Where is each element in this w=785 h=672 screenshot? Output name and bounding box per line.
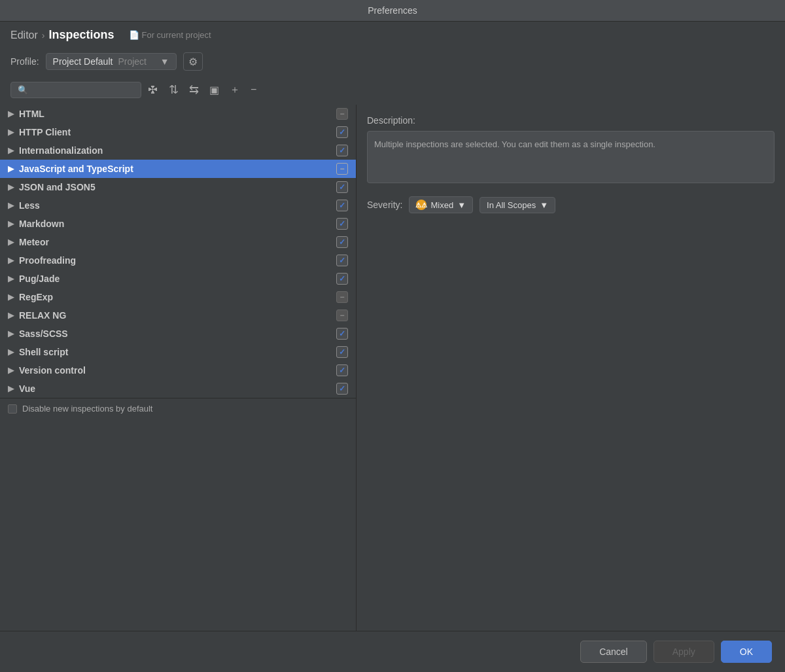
bottom-check-bar: Disable new inspections by default [0,398,356,419]
tree-item-checkbox[interactable]: ✓ [336,383,348,395]
tree-item-label: HTML [19,109,336,119]
apply-button[interactable]: Apply [654,641,714,663]
tree-item[interactable]: ▶Internationalization✓ [0,141,356,160]
frame-button[interactable]: ▣ [205,81,223,99]
filter-button[interactable]: ⧾ [144,81,162,98]
ok-button[interactable]: OK [721,641,772,663]
chevron-right-icon: ▶ [8,347,14,357]
breadcrumb-project: 📄 For current project [129,30,211,40]
breadcrumb: Editor › Inspections 📄 For current proje… [0,22,785,48]
search-icon: 🔍 [18,85,28,95]
tree-item-label: Vue [19,383,336,394]
profile-dropdown[interactable]: Project Default Project ▼ [46,53,177,70]
tree-item-label: Version control [19,365,336,376]
tree-item[interactable]: ▶Vue✓ [0,380,356,398]
tree-item-checkbox[interactable]: ✓ [336,273,348,285]
collapse-all-button[interactable]: ⇆ [185,80,203,99]
tree-item[interactable]: ▶Sass/SCSS✓ [0,325,356,343]
tree-item[interactable]: ▶JSON and JSON5✓ [0,178,356,196]
left-panel: ▶HTML−▶HTTP Client✓▶Internationalization… [0,105,357,631]
breadcrumb-editor[interactable]: Editor [10,29,38,41]
tree-item-checkbox[interactable]: ✓ [336,126,348,138]
toolbar-bar: 🔍 ⧾ ⇅ ⇆ ▣ ＋ − [0,77,785,105]
chevron-right-icon: ▶ [8,219,14,228]
tree-item-checkbox[interactable]: − [336,163,348,175]
profile-label: Profile: [10,56,39,67]
tree-item-label: Sass/SCSS [19,328,336,339]
tree-item-checkbox[interactable]: ✓ [336,236,348,248]
cancel-button[interactable]: Cancel [580,641,647,663]
tree-item-label: Shell script [19,347,336,357]
tree-item-checkbox[interactable]: ✓ [336,255,348,266]
tree-item-checkbox[interactable]: ✓ [336,328,348,340]
chevron-right-icon: ▶ [8,146,14,155]
chevron-right-icon: ▶ [8,201,14,210]
tree-item-label: Pug/Jade [19,274,336,284]
right-panel: Description: Multiple inspections are se… [357,105,785,631]
tree-item-checkbox[interactable]: − [336,291,348,303]
add-button[interactable]: ＋ [226,80,244,99]
tree-item[interactable]: ▶Less✓ [0,196,356,215]
chevron-right-icon: ▶ [8,256,14,265]
chevron-right-icon: ▶ [8,128,14,137]
tree-item-label: Less [19,200,336,211]
tree-item[interactable]: ▶Pug/Jade✓ [0,270,356,288]
footer-bar: Cancel Apply OK [0,631,785,672]
gear-button[interactable]: ⚙ [183,52,203,71]
tree-item[interactable]: ▶HTTP Client✓ [0,123,356,141]
tree-item[interactable]: ▶RELAX NG− [0,306,356,325]
tree-item-label: Internationalization [19,145,336,156]
remove-button[interactable]: − [247,81,260,98]
project-label: For current project [142,30,211,40]
chevron-right-icon: ▶ [8,164,14,173]
profile-value: Project Default [53,56,113,67]
gear-icon: ⚙ [188,56,198,68]
tree-item-checkbox[interactable]: − [336,309,348,321]
tree-item-label: HTTP Client [19,127,336,137]
tree-item[interactable]: ▶Meteor✓ [0,233,356,251]
warning-icon: ⚠ [416,200,427,210]
filter-icon: ⧾ [148,84,158,96]
tree-item[interactable]: ▶Markdown✓ [0,215,356,233]
chevron-right-icon: ▶ [8,384,14,393]
chevron-down-icon: ▼ [457,200,466,210]
tree-item[interactable]: ▶JavaScript and TypeScript− [0,160,356,178]
tree-item[interactable]: ▶HTML− [0,105,356,123]
search-box[interactable]: 🔍 [10,82,141,98]
profile-bar: Profile: Project Default Project ▼ ⚙ [0,48,785,77]
tree-container: ▶HTML−▶HTTP Client✓▶Internationalization… [0,105,356,398]
severity-dropdown[interactable]: ⚠ Mixed ▼ [409,196,473,213]
tree-item-checkbox[interactable]: ✓ [336,346,348,358]
expand-all-button[interactable]: ⇅ [165,80,183,99]
description-box: Multiple inspections are selected. You c… [367,131,775,183]
severity-label: Severity: [367,200,402,210]
tree-item[interactable]: ▶RegExp− [0,288,356,306]
tree-item[interactable]: ▶Version control✓ [0,361,356,380]
scope-dropdown[interactable]: In All Scopes ▼ [480,197,555,213]
add-icon: ＋ [230,83,240,97]
tree-item-checkbox[interactable]: ✓ [336,218,348,230]
tree-item-label: RELAX NG [19,310,336,321]
chevron-right-icon: ▶ [8,311,14,320]
disable-new-inspections-checkbox[interactable] [8,404,17,414]
tree-item-label: RegExp [19,292,336,302]
main-area: ▶HTML−▶HTTP Client✓▶Internationalization… [0,105,785,631]
tree-item-checkbox[interactable]: − [336,108,348,120]
project-icon: 📄 [129,30,139,40]
tree-item-checkbox[interactable]: ✓ [336,181,348,193]
tree-item-label: Proofreading [19,255,336,266]
tree-item[interactable]: ▶Proofreading✓ [0,251,356,270]
chevron-right-icon: ▶ [8,183,14,192]
chevron-right-icon: ▶ [8,292,14,302]
tree-item[interactable]: ▶Shell script✓ [0,343,356,361]
description-label: Description: [367,115,775,126]
collapse-icon: ⇆ [189,82,199,97]
tree-item-checkbox[interactable]: ✓ [336,200,348,211]
chevron-down-scope-icon: ▼ [540,200,548,210]
tree-item-checkbox[interactable]: ✓ [336,145,348,156]
chevron-down-icon: ▼ [160,56,169,67]
tree-item-checkbox[interactable]: ✓ [336,364,348,376]
disable-new-inspections-label: Disable new inspections by default [22,404,152,414]
remove-icon: − [251,84,256,96]
description-text: Multiple inspections are selected. You c… [374,139,655,149]
